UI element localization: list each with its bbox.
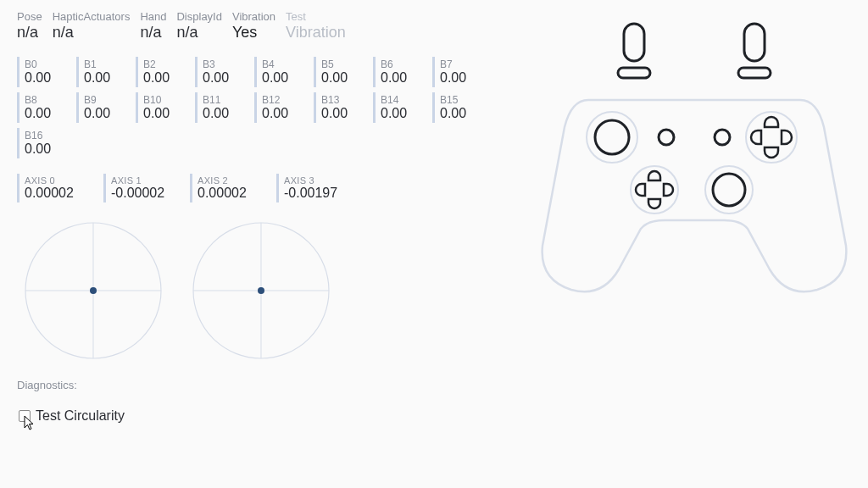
axis-label: AXIS 1: [111, 175, 176, 186]
axis-value: -0.00002: [111, 186, 176, 201]
controller-diagram: [537, 17, 851, 305]
button-value: 0.00: [25, 106, 66, 121]
button-readout-14: B140.00: [373, 92, 427, 123]
button-label: B14: [381, 94, 422, 106]
button-value: 0.00: [203, 106, 244, 121]
info-value: Yes: [232, 24, 275, 42]
info-label: Hand: [140, 10, 166, 23]
left-panel: Pose n/a HapticActuators n/a Hand n/a Di…: [17, 10, 526, 424]
button-readout-12: B120.00: [254, 92, 309, 123]
svg-point-15: [631, 166, 678, 214]
button-value: 0.00: [84, 70, 125, 86]
axis-value: -0.00197: [284, 186, 349, 201]
button-label: B10: [143, 94, 185, 106]
button-readout-3: B30.00: [195, 57, 249, 87]
button-readout-9: B90.00: [76, 92, 131, 123]
button-value: 0.00: [203, 70, 244, 86]
axis-readout-1: AXIS 1-0.00002: [103, 174, 181, 202]
axis-value: 0.00002: [198, 186, 263, 201]
button-label: B16: [25, 130, 66, 141]
start-button-icon: [715, 130, 730, 145]
button-readout-0: B00.00: [17, 57, 71, 87]
button-label: B9: [84, 94, 125, 106]
vibration-test-link[interactable]: Vibration: [286, 24, 346, 42]
button-value: 0.00: [321, 70, 363, 86]
button-readout-1: B10.00: [76, 57, 131, 87]
info-value: n/a: [17, 24, 42, 42]
axis-row: AXIS 00.00002AXIS 1-0.00002AXIS 20.00002…: [17, 174, 526, 202]
right-stick-icon: [705, 166, 753, 214]
face-buttons-icon: [746, 112, 797, 163]
info-haptic: HapticActuators n/a: [53, 10, 131, 42]
button-value: 0.00: [25, 70, 66, 86]
info-pose: Pose n/a: [17, 10, 42, 42]
button-readout-6: B60.00: [373, 57, 427, 87]
svg-rect-10: [744, 24, 765, 61]
axis-readout-3: AXIS 3-0.00197: [276, 174, 354, 202]
button-value: 0.00: [321, 106, 363, 121]
left-trigger-icon: [618, 24, 650, 78]
button-label: B12: [262, 94, 303, 106]
info-label: HapticActuators: [53, 10, 131, 23]
svg-point-7: [258, 287, 264, 294]
test-circularity-row[interactable]: Test Circularity: [19, 408, 526, 424]
svg-point-13: [595, 120, 629, 154]
button-value: 0.00: [84, 106, 125, 121]
button-readout-15: B150.00: [432, 92, 487, 123]
info-vibration: Vibration Yes: [232, 10, 275, 42]
button-label: B15: [440, 94, 481, 106]
button-readout-16: B160.00: [17, 128, 71, 158]
left-stick-icon: [587, 112, 637, 163]
button-readout-2: B20.00: [136, 57, 190, 87]
svg-rect-9: [618, 68, 650, 78]
button-readout-5: B50.00: [314, 57, 368, 87]
button-grid: B00.00B10.00B20.00B30.00B40.00B50.00B60.…: [17, 57, 500, 158]
info-label: Pose: [17, 10, 42, 23]
button-readout-8: B80.00: [17, 92, 71, 123]
right-trigger-icon: [738, 24, 771, 78]
button-value: 0.00: [262, 70, 303, 86]
button-readout-10: B100.00: [136, 92, 190, 123]
button-value: 0.00: [381, 70, 422, 86]
info-value: n/a: [140, 24, 166, 42]
axis-label: AXIS 0: [25, 175, 90, 186]
info-label: Vibration: [232, 10, 275, 23]
stick-plots: [22, 219, 526, 362]
button-label: B3: [203, 58, 244, 70]
button-value: 0.00: [440, 70, 481, 86]
button-value: 0.00: [143, 106, 185, 121]
button-label: B6: [381, 58, 422, 70]
diagnostics-label: Diagnostics:: [17, 379, 526, 391]
button-value: 0.00: [381, 106, 422, 121]
button-value: 0.00: [143, 70, 185, 86]
svg-point-14: [746, 112, 797, 163]
svg-point-3: [90, 287, 97, 294]
svg-point-17: [713, 174, 745, 206]
axis-label: AXIS 2: [198, 175, 263, 186]
axis-label: AXIS 3: [284, 175, 349, 186]
info-row: Pose n/a HapticActuators n/a Hand n/a Di…: [17, 10, 526, 42]
info-test[interactable]: Test Vibration: [286, 10, 346, 42]
button-label: B2: [143, 58, 185, 70]
test-circularity-checkbox[interactable]: [19, 410, 31, 422]
axis-readout-0: AXIS 00.00002: [17, 174, 95, 202]
button-value: 0.00: [440, 106, 481, 121]
dpad-icon: [631, 166, 678, 214]
info-display: DisplayId n/a: [176, 10, 221, 42]
button-label: B8: [25, 94, 66, 106]
button-label: B7: [440, 58, 481, 70]
axis-value: 0.00002: [25, 186, 90, 201]
button-readout-13: B130.00: [314, 92, 368, 123]
right-stick-plot: [190, 219, 332, 362]
info-hand: Hand n/a: [140, 10, 166, 42]
button-label: B5: [321, 58, 363, 70]
button-label: B1: [84, 58, 125, 70]
axis-readout-2: AXIS 20.00002: [190, 174, 268, 202]
info-value: n/a: [176, 24, 221, 42]
svg-rect-11: [738, 68, 771, 78]
test-circularity-label: Test Circularity: [36, 408, 125, 424]
info-label: Test: [286, 10, 346, 23]
button-value: 0.00: [25, 141, 66, 157]
button-readout-7: B70.00: [432, 57, 487, 87]
back-button-icon: [659, 130, 674, 145]
